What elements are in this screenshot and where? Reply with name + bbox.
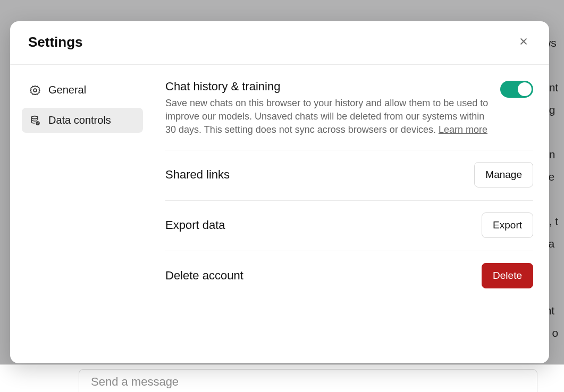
sidebar-item-data-controls[interactable]: Data controls (22, 108, 143, 133)
settings-modal: Settings General (10, 21, 549, 363)
export-data-title: Export data (165, 218, 225, 232)
sidebar-item-label: Data controls (48, 114, 111, 126)
shared-links-title: Shared links (165, 168, 230, 182)
export-data-button[interactable]: Export (482, 212, 533, 238)
background-message-input: Send a message (79, 369, 537, 392)
delete-account-title: Delete account (165, 269, 243, 283)
settings-content: Chat history & training Save new chats o… (155, 65, 549, 363)
svg-point-0 (33, 89, 37, 92)
database-icon (29, 115, 41, 126)
sidebar-item-label: General (48, 84, 86, 96)
modal-header: Settings (10, 21, 549, 65)
close-icon (518, 36, 529, 49)
chat-history-description: Save new chats on this browser to your h… (165, 97, 490, 137)
section-text: Chat history & training Save new chats o… (165, 80, 490, 137)
toggle-knob (518, 82, 532, 96)
background-input-area: Send a message (0, 364, 564, 392)
chat-history-toggle[interactable] (500, 81, 533, 98)
sidebar-item-general[interactable]: General (22, 78, 143, 103)
manage-shared-links-button[interactable]: Manage (474, 162, 533, 188)
gear-icon (29, 84, 41, 96)
section-export-data: Export data Export (165, 212, 533, 251)
learn-more-link[interactable]: Learn more (439, 124, 487, 135)
section-shared-links: Shared links Manage (165, 162, 533, 201)
section-chat-history: Chat history & training Save new chats o… (165, 80, 533, 150)
modal-body: General Data controls (10, 65, 549, 363)
chat-history-title: Chat history & training (165, 80, 490, 93)
delete-account-button[interactable]: Delete (482, 263, 533, 288)
settings-sidebar: General Data controls (10, 65, 155, 363)
svg-point-1 (31, 116, 38, 118)
close-button[interactable] (516, 35, 531, 50)
section-delete-account: Delete account Delete (165, 263, 533, 301)
modal-title: Settings (28, 34, 83, 50)
